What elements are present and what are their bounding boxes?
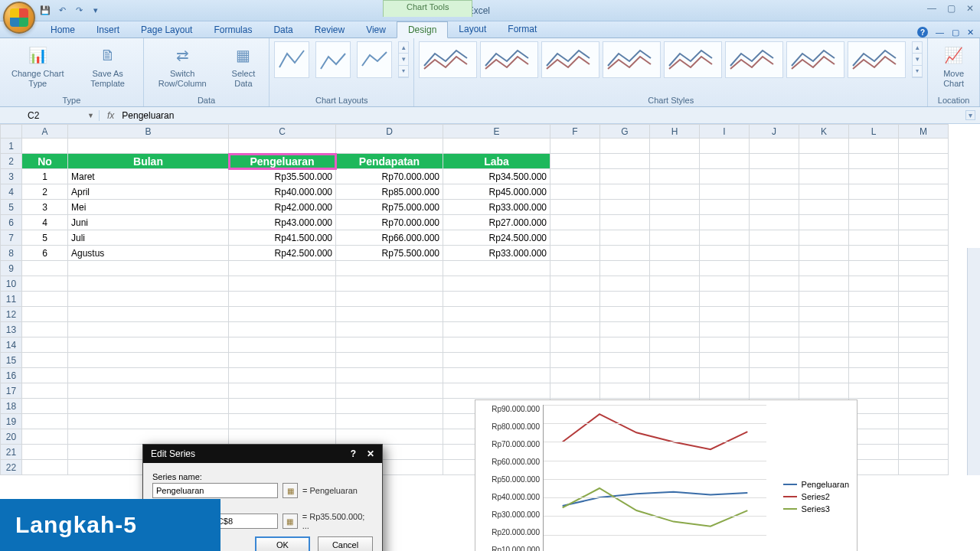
row-header[interactable]: 20 [1, 429, 22, 445]
chart-style-option[interactable] [480, 41, 538, 78]
office-button[interactable] [3, 2, 35, 34]
row-header[interactable]: 6 [1, 215, 22, 230]
dialog-help-icon[interactable]: ? [351, 448, 356, 459]
row-header[interactable]: 19 [1, 414, 22, 429]
embedded-chart[interactable]: Rp90.000.000Rp80.000.000Rp70.000.000Rp60… [475, 399, 858, 551]
column-header[interactable]: D [336, 125, 443, 139]
column-header[interactable]: H [650, 125, 700, 139]
row-header[interactable]: 12 [1, 307, 22, 322]
row-header[interactable]: 11 [1, 292, 22, 307]
column-header[interactable]: B [68, 125, 229, 139]
title-bar: 💾 ↶ ↷ ▾ Book1 - Microsoft Excel Chart To… [0, 0, 980, 21]
chart-plot-area [543, 405, 766, 551]
dialog-titlebar[interactable]: Edit Series ?✕ [143, 445, 382, 463]
undo-icon[interactable]: ↶ [55, 4, 69, 18]
column-header[interactable]: I [700, 125, 750, 139]
chart-type-icon: 📊 [25, 43, 50, 67]
save-as-template-button[interactable]: 🗎Save As Template [77, 41, 138, 90]
select-data-button[interactable]: ▦Select Data [223, 41, 265, 90]
row-header[interactable]: 7 [1, 230, 22, 246]
row-header[interactable]: 21 [1, 445, 22, 460]
qat-dropdown-icon[interactable]: ▾ [89, 4, 103, 18]
chart-style-option[interactable] [664, 41, 722, 78]
row-header[interactable]: 18 [1, 399, 22, 414]
worksheet-area: ABCDEFGHIJKLM 12NoBulanPengeluaranPendap… [0, 124, 980, 475]
range-picker-icon[interactable]: ▦ [283, 483, 298, 498]
workbook-maximize-icon[interactable]: ▢ [952, 28, 959, 37]
tab-format[interactable]: Format [497, 21, 547, 37]
row-header[interactable]: 10 [1, 276, 22, 292]
select-data-icon: ▦ [231, 43, 256, 67]
select-all-corner[interactable] [1, 125, 22, 139]
ribbon-group-location: 📈Move Chart Location [928, 38, 980, 106]
formula-input[interactable] [122, 110, 965, 121]
tab-review[interactable]: Review [304, 22, 355, 37]
row-header[interactable]: 16 [1, 368, 22, 383]
row-header[interactable]: 3 [1, 169, 22, 184]
chart-layout-option[interactable] [315, 41, 351, 78]
column-header[interactable]: J [750, 125, 799, 139]
column-header[interactable]: C [229, 125, 336, 139]
workbook-close-icon[interactable]: ✕ [967, 28, 974, 37]
series-name-input[interactable] [152, 483, 278, 498]
formula-expand-icon[interactable]: ▾ [965, 110, 975, 120]
move-chart-button[interactable]: 📈Move Chart [933, 41, 975, 90]
row-header[interactable]: 5 [1, 200, 22, 215]
save-icon[interactable]: 💾 [38, 4, 52, 18]
maximize-button[interactable]: ▢ [947, 3, 956, 14]
column-header[interactable]: G [600, 125, 650, 139]
row-header[interactable]: 2 [1, 154, 22, 169]
tab-data[interactable]: Data [263, 22, 303, 37]
fx-icon[interactable]: fx [100, 110, 122, 121]
chart-style-option[interactable] [725, 41, 783, 78]
layouts-scroller[interactable]: ▲▼▾ [398, 41, 409, 78]
tab-page-layout[interactable]: Page Layout [130, 22, 203, 37]
close-button[interactable]: ✕ [966, 3, 974, 14]
column-header[interactable]: K [799, 125, 849, 139]
chart-style-option[interactable] [848, 41, 906, 78]
chart-layout-option[interactable] [274, 41, 309, 78]
ribbon-minimize-icon[interactable]: — [936, 28, 944, 37]
minimize-button[interactable]: — [927, 3, 936, 14]
chart-y-axis: Rp90.000.000Rp80.000.000Rp70.000.000Rp60… [479, 405, 543, 551]
change-chart-type-button[interactable]: 📊Change Chart Type [5, 41, 70, 90]
tab-insert[interactable]: Insert [86, 22, 130, 37]
column-header[interactable]: M [899, 125, 949, 139]
range-picker-icon[interactable]: ▦ [283, 514, 298, 529]
column-header[interactable]: A [22, 125, 68, 139]
tab-design[interactable]: Design [397, 21, 448, 38]
row-header[interactable]: 9 [1, 261, 22, 276]
dialog-close-icon[interactable]: ✕ [367, 448, 374, 459]
row-header[interactable]: 15 [1, 353, 22, 368]
chart-style-option[interactable] [786, 41, 844, 78]
help-icon[interactable]: ? [917, 27, 928, 37]
cancel-button[interactable]: Cancel [318, 536, 373, 551]
row-header[interactable]: 4 [1, 184, 22, 200]
column-header[interactable]: F [550, 125, 600, 139]
row-header[interactable]: 17 [1, 383, 22, 399]
ribbon-tabs: Home Insert Page Layout Formulas Data Re… [0, 21, 980, 38]
chart-layout-option[interactable] [357, 41, 392, 78]
series-values-preview: = Rp35.500.000; ... [302, 512, 373, 530]
name-box[interactable]: C2▼ [23, 110, 100, 121]
ok-button[interactable]: OK [255, 536, 310, 551]
vertical-scrollbar[interactable] [967, 248, 980, 475]
row-header[interactable]: 8 [1, 246, 22, 261]
tab-formulas[interactable]: Formulas [203, 22, 263, 37]
column-header[interactable]: E [443, 125, 550, 139]
row-header[interactable]: 14 [1, 337, 22, 353]
row-header[interactable]: 1 [1, 139, 22, 154]
column-header[interactable]: L [849, 125, 899, 139]
chart-style-option[interactable] [419, 41, 477, 78]
row-header[interactable]: 13 [1, 322, 22, 337]
row-header[interactable]: 22 [1, 460, 22, 475]
series-name-label: Series name: [152, 472, 373, 481]
tab-home[interactable]: Home [40, 22, 86, 37]
chart-style-option[interactable] [603, 41, 661, 78]
styles-scroller[interactable]: ▲▼▾ [912, 41, 923, 78]
tab-layout[interactable]: Layout [448, 21, 497, 37]
redo-icon[interactable]: ↷ [72, 4, 86, 18]
switch-row-column-button[interactable]: ⇄Switch Row/Column [149, 41, 217, 90]
chart-style-option[interactable] [541, 41, 599, 78]
tab-view[interactable]: View [355, 22, 397, 37]
